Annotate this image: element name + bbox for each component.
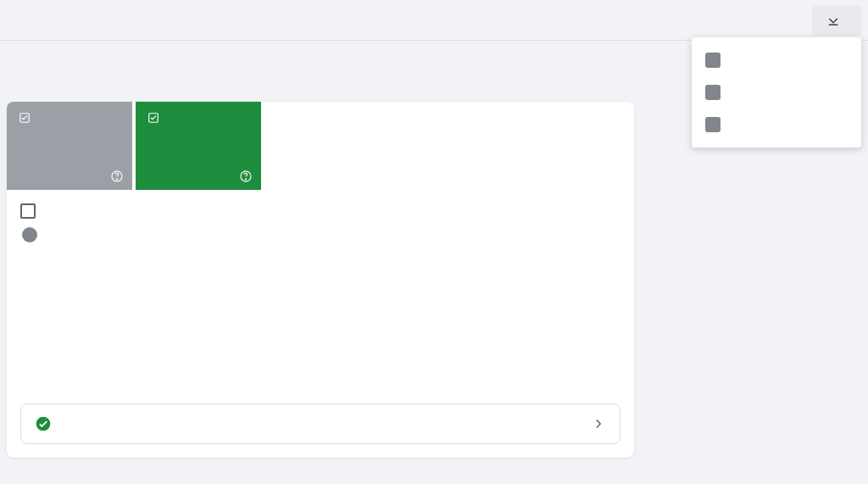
topbar (0, 0, 868, 41)
chart (7, 222, 634, 373)
csv-icon (705, 117, 721, 132)
svg-point-5 (245, 179, 246, 180)
svg-point-2 (116, 179, 117, 180)
export-google-sheets[interactable] (692, 44, 861, 76)
tile-indexed[interactable] (136, 102, 261, 190)
metric-tiles (7, 102, 634, 190)
checkbox-checked-icon (19, 112, 31, 124)
checkbox-checked-icon (147, 112, 159, 124)
sheets-icon (705, 53, 721, 68)
help-icon[interactable] (239, 170, 253, 183)
impressions-toggle[interactable] (7, 190, 634, 222)
download-icon (826, 13, 841, 28)
view-indexed-data-link[interactable] (20, 403, 620, 444)
excel-icon (705, 85, 721, 100)
export-menu (692, 37, 861, 147)
export-excel[interactable] (692, 76, 861, 108)
help-icon[interactable] (110, 170, 124, 183)
export-button[interactable] (812, 5, 861, 36)
indexing-panel (7, 102, 634, 458)
checkbox-unchecked-icon (20, 203, 36, 219)
chart-xaxis (37, 353, 604, 373)
tile-not-indexed[interactable] (7, 102, 132, 190)
chart-marker[interactable] (22, 227, 37, 242)
export-csv[interactable] (692, 108, 861, 141)
check-circle-icon (35, 415, 52, 432)
chevron-right-icon (591, 416, 606, 431)
